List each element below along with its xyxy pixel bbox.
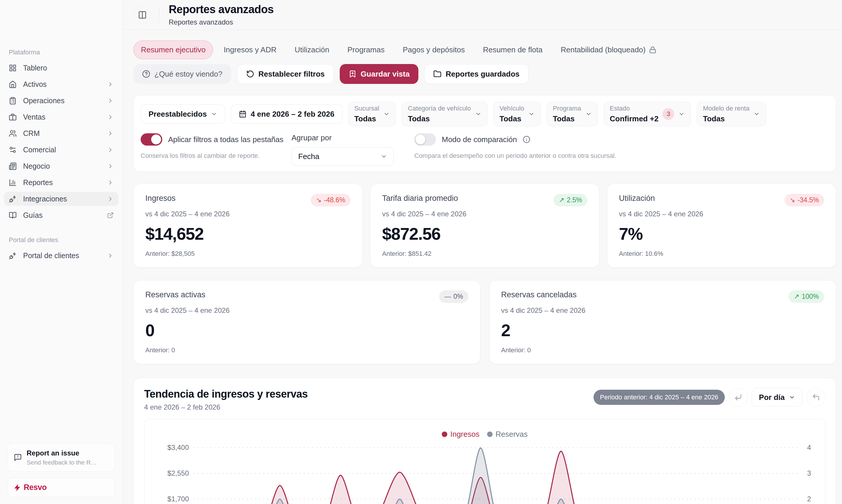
reset-filters-button[interactable]: Restablecer filtros bbox=[237, 64, 334, 84]
save-view-button[interactable]: Guardar vista bbox=[340, 64, 419, 84]
corner-down-left-icon bbox=[734, 393, 742, 401]
chevron-right-icon bbox=[107, 252, 114, 259]
users-icon bbox=[9, 129, 17, 138]
filters-options-row: Aplicar filtros a todas las pestañas Con… bbox=[141, 133, 829, 166]
date-range-picker[interactable]: 4 ene 2026 – 2 feb 2026 bbox=[231, 104, 342, 124]
plug-zap-icon bbox=[9, 195, 17, 203]
rotate-ccw-icon bbox=[246, 70, 254, 78]
topbar: Reportes avanzados Reportes avanzados bbox=[123, 0, 842, 30]
page-subtitle: Reportes avanzados bbox=[169, 18, 274, 26]
trend-badge-up: ↗100% bbox=[788, 290, 824, 303]
granularity-dropdown[interactable]: Por día bbox=[752, 388, 803, 407]
sidebar-item-crm[interactable]: CRM bbox=[4, 126, 119, 140]
dropdown-value: Todas bbox=[500, 114, 524, 123]
bookmark-plus-icon bbox=[348, 70, 357, 78]
sidebar: Plataforma Tablero Activos Operaciones V… bbox=[0, 0, 123, 504]
info-icon bbox=[523, 136, 530, 143]
help-button[interactable]: ¿Qué estoy viendo? bbox=[133, 64, 231, 84]
group-by-select[interactable]: Fecha bbox=[291, 147, 394, 166]
compare-return-button[interactable] bbox=[729, 388, 748, 407]
brand-name: Resvo bbox=[24, 483, 47, 492]
page-title: Reportes avanzados bbox=[169, 3, 274, 16]
dropdown-value: Todas bbox=[408, 114, 471, 123]
chevron-down-icon bbox=[381, 153, 387, 160]
legend-reservas[interactable]: Reservas bbox=[487, 430, 528, 439]
group-by-label: Agrupar por bbox=[291, 133, 402, 142]
estado-dropdown[interactable]: Estado Confirmed +2 3 bbox=[604, 102, 691, 126]
sidebar-item-integraciones[interactable]: Integraciones bbox=[4, 192, 119, 206]
apply-filters-label: Aplicar filtros a todas las pestañas bbox=[168, 135, 284, 144]
kpi-period: vs 4 dic 2025 – 4 ene 2026 bbox=[619, 210, 824, 218]
date-range-value: 4 ene 2026 – 2 feb 2026 bbox=[251, 110, 334, 119]
apply-filters-toggle[interactable] bbox=[141, 133, 162, 146]
chevron-right-icon bbox=[107, 97, 114, 104]
undo-button[interactable] bbox=[807, 388, 825, 407]
dropdown-label: Sucursal bbox=[354, 105, 379, 112]
chart-legend: Ingresos Reservas bbox=[144, 430, 825, 439]
kpi-card-ingresos: Ingresos ↘-48.6% vs 4 dic 2025 – 4 ene 2… bbox=[133, 184, 362, 268]
sidebar-section-platform: Plataforma bbox=[0, 49, 123, 56]
briefcase-icon bbox=[9, 113, 17, 121]
sidebar-item-reportes[interactable]: Reportes bbox=[4, 175, 119, 190]
vehiculo-dropdown[interactable]: Vehículo Todas bbox=[494, 102, 541, 126]
report-tabs: Resumen ejecutivo Ingresos y ADR Utiliza… bbox=[123, 30, 842, 59]
sidebar-item-tablero[interactable]: Tablero bbox=[4, 61, 119, 75]
reset-filters-label: Restablecer filtros bbox=[258, 70, 325, 79]
tab-utilizacion[interactable]: Utilización bbox=[287, 40, 337, 59]
y-axis-tick-right: 4 bbox=[807, 444, 811, 452]
dashboard-grid-icon bbox=[9, 64, 17, 72]
chart-title: Tendencia de ingresos y reservas bbox=[144, 388, 308, 400]
trend-badge-value: 100% bbox=[802, 293, 819, 301]
programa-dropdown[interactable]: Programa Todas bbox=[547, 102, 598, 126]
report-issue-title: Report an issue bbox=[26, 449, 100, 457]
categoria-vehiculo-dropdown[interactable]: Categoría de vehículo Todas bbox=[402, 102, 487, 126]
y-axis-tick-left: $1,700 bbox=[157, 495, 189, 503]
dropdown-label: Modelo de renta bbox=[703, 105, 749, 112]
bar-chart-icon bbox=[9, 179, 17, 186]
estado-count-badge: 3 bbox=[662, 108, 674, 120]
previous-period-badge: Periodo anterior: 4 dic 2025 – 4 ene 202… bbox=[593, 390, 725, 405]
sidebar-item-operaciones[interactable]: Operaciones bbox=[4, 93, 119, 108]
apply-filters-hint: Conserva los filtros al cambiar de repor… bbox=[141, 152, 287, 160]
kpi-card-tarifa-diaria: Tarifa diaria promedio ↗2.5% vs 4 dic 20… bbox=[370, 184, 599, 268]
tab-resumen-flota[interactable]: Resumen de flota bbox=[476, 40, 550, 59]
sidebar-item-guias[interactable]: Guías bbox=[4, 208, 119, 222]
tab-label: Resumen ejecutivo bbox=[141, 45, 205, 54]
sidebar-item-activos[interactable]: Activos bbox=[4, 77, 119, 91]
panel-left-icon bbox=[138, 11, 147, 19]
chevron-down-icon bbox=[678, 111, 685, 117]
kpi-title: Utilización bbox=[619, 194, 655, 203]
sidebar-item-comercial[interactable]: Comercial bbox=[4, 143, 119, 157]
kpi-period: vs 4 dic 2025 – 4 ene 2026 bbox=[382, 210, 587, 218]
help-circle-icon bbox=[142, 70, 150, 78]
kpi-previous: Anterior: 0 bbox=[501, 346, 824, 354]
lock-icon bbox=[649, 46, 656, 54]
tab-programas[interactable]: Programas bbox=[340, 40, 392, 59]
tab-ingresos-adr[interactable]: Ingresos y ADR bbox=[216, 40, 284, 59]
sidebar-toggle-button[interactable] bbox=[133, 6, 151, 24]
home-icon bbox=[9, 80, 17, 88]
sidebar-item-negocio[interactable]: Negocio bbox=[4, 159, 119, 173]
zap-icon bbox=[14, 484, 21, 491]
comparison-mode-toggle[interactable] bbox=[414, 133, 436, 146]
dropdown-value: Todas bbox=[703, 114, 749, 123]
kpi-row-1: Ingresos ↘-48.6% vs 4 dic 2025 – 4 ene 2… bbox=[133, 184, 836, 268]
tab-pagos-depositos[interactable]: Pagos y depósitos bbox=[395, 40, 472, 59]
presets-dropdown[interactable]: Preestablecidos bbox=[141, 104, 225, 124]
trend-up-icon: ↗ bbox=[559, 196, 564, 204]
sidebar-item-ventas[interactable]: Ventas bbox=[4, 110, 119, 124]
kpi-card-utilizacion: Utilización ↘-34.5% vs 4 dic 2025 – 4 en… bbox=[607, 184, 836, 268]
tab-rentabilidad-locked[interactable]: Rentabilidad (bloqueado) bbox=[553, 40, 664, 59]
sidebar-item-label: Portal de clientes bbox=[23, 251, 101, 260]
tab-resumen-ejecutivo[interactable]: Resumen ejecutivo bbox=[133, 40, 213, 59]
kpi-value: $14,652 bbox=[145, 224, 351, 244]
sidebar-section-portal: Portal de clientes bbox=[0, 236, 123, 244]
dropdown-label: Vehículo bbox=[500, 105, 524, 112]
legend-ingresos[interactable]: Ingresos bbox=[442, 430, 480, 439]
kpi-previous: Anterior: $851.42 bbox=[382, 250, 587, 257]
sidebar-item-portal-clientes[interactable]: Portal de clientes bbox=[4, 249, 119, 263]
modelo-renta-dropdown[interactable]: Modelo de renta Todas bbox=[697, 102, 766, 126]
sucursal-dropdown[interactable]: Sucursal Todas bbox=[348, 102, 396, 126]
report-issue-card[interactable]: Report an issue Send feedback to the Res… bbox=[7, 444, 115, 471]
saved-reports-button[interactable]: Reportes guardados bbox=[424, 64, 529, 84]
